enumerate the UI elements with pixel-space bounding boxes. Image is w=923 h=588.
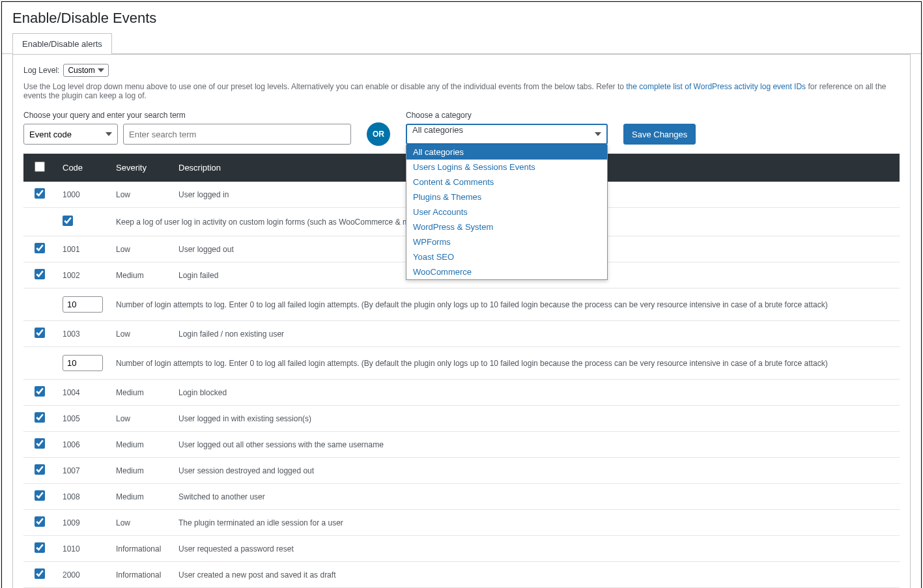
row-severity: Medium bbox=[109, 380, 172, 406]
category-option[interactable]: Plugins & Themes bbox=[406, 189, 607, 204]
table-row: 1007MediumUser session destroyed and log… bbox=[23, 458, 900, 484]
row-severity: Medium bbox=[109, 262, 172, 288]
or-badge: OR bbox=[367, 122, 390, 146]
row-code: 1004 bbox=[56, 380, 109, 406]
row-description: User created a new post and saved it as … bbox=[172, 562, 900, 588]
row-checkbox[interactable] bbox=[35, 490, 45, 501]
select-all-checkbox[interactable] bbox=[35, 161, 45, 172]
row-severity: Low bbox=[109, 182, 172, 208]
event-ids-link[interactable]: the complete list of WordPress activity … bbox=[626, 82, 806, 91]
page-title: Enable/Disable Events bbox=[2, 2, 921, 33]
category-option[interactable]: User Accounts bbox=[406, 204, 607, 219]
row-severity: Medium bbox=[109, 432, 172, 458]
table-row: 1003LowLogin failed / non existing user bbox=[23, 321, 900, 347]
row-code: 1010 bbox=[56, 536, 109, 562]
category-option[interactable]: Yoast SEO bbox=[406, 249, 607, 264]
row-code: 1002 bbox=[56, 262, 109, 288]
header-code: Code bbox=[56, 154, 109, 182]
row-severity: Medium bbox=[109, 458, 172, 484]
row-code: 1008 bbox=[56, 484, 109, 510]
category-option[interactable]: All categories bbox=[406, 145, 607, 160]
category-select[interactable]: All categories bbox=[406, 124, 608, 145]
row-checkbox[interactable] bbox=[35, 542, 45, 553]
row-code: 1006 bbox=[56, 432, 109, 458]
attempts-input[interactable] bbox=[63, 355, 103, 371]
row-code: 1001 bbox=[56, 236, 109, 262]
row-description: Login failed / non existing user bbox=[172, 321, 900, 347]
save-changes-button[interactable]: Save Changes bbox=[623, 124, 696, 145]
row-severity: Low bbox=[109, 236, 172, 262]
row-code: 1003 bbox=[56, 321, 109, 347]
row-checkbox[interactable] bbox=[35, 568, 45, 579]
category-label: Choose a category bbox=[406, 111, 608, 120]
row-description: Number of login attempts to log. Enter 0… bbox=[109, 288, 900, 321]
attempts-input[interactable] bbox=[63, 296, 103, 313]
row-severity: Informational bbox=[109, 562, 172, 588]
header-severity: Severity bbox=[109, 154, 172, 182]
category-dropdown: All categoriesUsers Logins & Sessions Ev… bbox=[406, 145, 608, 280]
row-severity: Low bbox=[109, 406, 172, 432]
row-checkbox[interactable] bbox=[35, 269, 45, 279]
row-sub-checkbox[interactable] bbox=[63, 216, 73, 226]
row-checkbox[interactable] bbox=[35, 464, 45, 475]
row-description: User requested a password reset bbox=[172, 536, 900, 562]
table-row: 1005LowUser logged in with existing sess… bbox=[23, 406, 900, 432]
row-description: Switched to another user bbox=[172, 484, 900, 510]
log-level-label: Log Level: bbox=[23, 66, 59, 75]
category-option[interactable]: WPForms bbox=[406, 234, 607, 249]
row-checkbox[interactable] bbox=[35, 188, 45, 199]
row-description: User session destroyed and logged out bbox=[172, 458, 900, 484]
category-option[interactable]: WooCommerce bbox=[406, 264, 607, 279]
log-level-select[interactable]: Custom bbox=[63, 64, 109, 77]
row-checkbox[interactable] bbox=[35, 328, 45, 338]
row-code: 1005 bbox=[56, 406, 109, 432]
row-code: 1009 bbox=[56, 510, 109, 536]
table-row: Number of login attempts to log. Enter 0… bbox=[23, 347, 900, 380]
row-code: 1000 bbox=[56, 182, 109, 208]
table-row: 1006MediumUser logged out all other sess… bbox=[23, 432, 900, 458]
row-severity: Informational bbox=[109, 536, 172, 562]
table-row: 1009LowThe plugin terminated an idle ses… bbox=[23, 510, 900, 536]
table-row: 1010InformationalUser requested a passwo… bbox=[23, 536, 900, 562]
category-option[interactable]: WordPress & System bbox=[406, 219, 607, 234]
tab-enable-disable-alerts[interactable]: Enable/Disable alerts bbox=[12, 33, 112, 54]
row-code: 1007 bbox=[56, 458, 109, 484]
search-term-input[interactable] bbox=[123, 124, 351, 145]
row-description: User logged in with existing session(s) bbox=[172, 406, 900, 432]
event-code-select[interactable]: Event code bbox=[23, 124, 118, 145]
help-text: Use the Log level drop down menu above t… bbox=[23, 82, 900, 100]
row-description: Number of login attempts to log. Enter 0… bbox=[109, 347, 900, 380]
category-option[interactable]: Users Logins & Sessions Events bbox=[406, 160, 607, 175]
row-checkbox[interactable] bbox=[35, 516, 45, 527]
row-checkbox[interactable] bbox=[35, 412, 45, 423]
row-severity: Medium bbox=[109, 484, 172, 510]
category-option[interactable]: Content & Comments bbox=[406, 175, 607, 189]
table-row: 2000InformationalUser created a new post… bbox=[23, 562, 900, 588]
table-row: Number of login attempts to log. Enter 0… bbox=[23, 288, 900, 321]
row-checkbox[interactable] bbox=[35, 243, 45, 253]
row-description: User logged out all other sessions with … bbox=[172, 432, 900, 458]
row-code: 2000 bbox=[56, 562, 109, 588]
query-label: Choose your query and enter your search … bbox=[23, 111, 351, 120]
row-description: The plugin terminated an idle session fo… bbox=[172, 510, 900, 536]
row-checkbox[interactable] bbox=[35, 386, 45, 397]
table-row: 1008MediumSwitched to another user bbox=[23, 484, 900, 510]
row-description: Login blocked bbox=[172, 380, 900, 406]
row-severity: Low bbox=[109, 510, 172, 536]
table-row: 1004MediumLogin blocked bbox=[23, 380, 900, 406]
row-checkbox[interactable] bbox=[35, 438, 45, 449]
row-severity: Low bbox=[109, 321, 172, 347]
